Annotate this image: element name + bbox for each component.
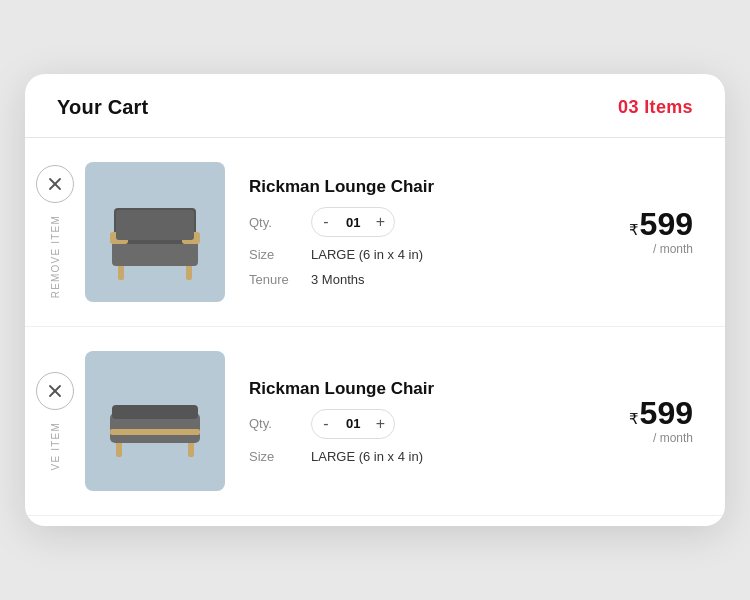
- price-currency: ₹: [629, 410, 639, 428]
- price-value: 599: [640, 208, 693, 240]
- size-row: Size LARGE (6 in x 4 in): [249, 449, 601, 464]
- cart-count: 03 Items: [618, 97, 693, 118]
- svg-rect-17: [110, 429, 200, 435]
- qty-increase-button[interactable]: +: [366, 410, 394, 438]
- qty-label: Qty.: [249, 416, 301, 431]
- cart-title: Your Cart: [57, 96, 148, 119]
- price-currency: ₹: [629, 221, 639, 239]
- item-details: Rickman Lounge Chair Qty. - 01 + Size LA…: [249, 177, 601, 287]
- remove-button[interactable]: [36, 165, 74, 203]
- size-label: Size: [249, 449, 301, 464]
- remove-item-label: VE ITEM: [50, 422, 61, 470]
- price-period: / month: [653, 431, 693, 445]
- qty-controls: - 01 +: [311, 409, 395, 439]
- qty-value: 01: [340, 416, 366, 431]
- item-image: [85, 351, 225, 491]
- item-image: [85, 162, 225, 302]
- svg-rect-16: [112, 405, 198, 419]
- close-icon: [48, 177, 62, 191]
- qty-label: Qty.: [249, 215, 301, 230]
- qty-decrease-button[interactable]: -: [312, 208, 340, 236]
- item-price-column: ₹ 599 / month: [601, 208, 701, 256]
- qty-controls: - 01 +: [311, 207, 395, 237]
- item-name: Rickman Lounge Chair: [249, 379, 601, 399]
- remove-button[interactable]: [36, 372, 74, 410]
- item-name: Rickman Lounge Chair: [249, 177, 601, 197]
- size-row: Size LARGE (6 in x 4 in): [249, 247, 601, 262]
- tenure-value: 3 Months: [311, 272, 364, 287]
- svg-rect-10: [116, 210, 194, 240]
- size-value: LARGE (6 in x 4 in): [311, 449, 423, 464]
- remove-column: REMOVE ITEM: [25, 165, 85, 298]
- close-icon: [48, 384, 62, 398]
- qty-value: 01: [340, 215, 366, 230]
- price-amount: ₹ 599: [629, 397, 693, 429]
- qty-decrease-button[interactable]: -: [312, 410, 340, 438]
- price-period: / month: [653, 242, 693, 256]
- qty-row: Qty. - 01 +: [249, 409, 601, 439]
- cart-container: Your Cart 03 Items REMOVE ITEM Rickman L…: [25, 74, 725, 526]
- remove-column: VE ITEM: [25, 372, 85, 470]
- cart-item: REMOVE ITEM Rickman Lounge Chair Qty. - …: [25, 138, 725, 327]
- item-details: Rickman Lounge Chair Qty. - 01 + Size LA…: [249, 379, 601, 464]
- price-amount: ₹ 599: [629, 208, 693, 240]
- tenure-row: Tenure 3 Months: [249, 272, 601, 287]
- cart-items-list: REMOVE ITEM Rickman Lounge Chair Qty. - …: [25, 138, 725, 526]
- qty-increase-button[interactable]: +: [366, 208, 394, 236]
- price-value: 599: [640, 397, 693, 429]
- size-value: LARGE (6 in x 4 in): [311, 247, 423, 262]
- remove-item-label: REMOVE ITEM: [50, 215, 61, 298]
- item-price-column: ₹ 599 / month: [601, 397, 701, 445]
- size-label: Size: [249, 247, 301, 262]
- cart-item: VE ITEM Rickman Lounge Chair Qty. - 01 +…: [25, 327, 725, 516]
- qty-row: Qty. - 01 +: [249, 207, 601, 237]
- cart-header: Your Cart 03 Items: [25, 74, 725, 138]
- tenure-label: Tenure: [249, 272, 301, 287]
